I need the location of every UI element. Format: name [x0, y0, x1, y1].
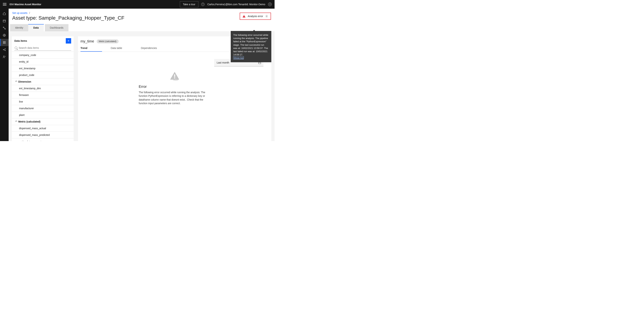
- svg-rect-7: [5, 41, 6, 42]
- side-nav: [0, 9, 8, 141]
- detail-title: my_time: [80, 39, 94, 43]
- gear-icon[interactable]: [265, 15, 268, 18]
- list-item[interactable]: product_code: [12, 72, 74, 78]
- svg-rect-6: [3, 41, 4, 42]
- data-items-panel: Data items + company_code entity_id evt_…: [12, 36, 74, 141]
- tab-data[interactable]: Data: [28, 24, 44, 31]
- error-message: The following error occurred while runni…: [139, 90, 210, 105]
- page-tabs: Identity Data Dashboards: [8, 24, 274, 31]
- svg-point-21: [173, 80, 178, 81]
- svg-point-12: [5, 50, 6, 51]
- main-region: Set up assets / Asset type: Sample_Packa…: [8, 9, 274, 141]
- help-icon[interactable]: ?: [201, 3, 204, 6]
- svg-point-11: [5, 49, 6, 49]
- tooltip-body: The following error occurred while runni…: [233, 34, 268, 56]
- nav-assets-icon[interactable]: [0, 39, 8, 46]
- list-item[interactable]: evt_timestamp: [12, 65, 74, 72]
- take-tour-button[interactable]: Take a tour: [180, 1, 198, 7]
- page-header: Set up assets / Asset type: Sample_Packa…: [8, 9, 274, 21]
- list-item[interactable]: dispensed_mass_actual: [12, 125, 74, 131]
- svg-point-13: [4, 56, 4, 57]
- nav-calendar-icon[interactable]: [0, 17, 8, 25]
- app-header: IBM Maximo Asset Monitor Take a tour ? C…: [0, 0, 274, 9]
- analysis-error-status[interactable]: Analysis error: [240, 13, 271, 20]
- list-item[interactable]: manufacturer: [12, 105, 74, 112]
- tab-dashboards[interactable]: Dashboards: [45, 24, 69, 31]
- breadcrumb-separator: /: [29, 12, 30, 14]
- add-data-item-button[interactable]: +: [66, 38, 71, 44]
- avatar-icon[interactable]: [268, 3, 272, 6]
- svg-point-16: [266, 16, 267, 17]
- search-box: [14, 45, 71, 51]
- breadcrumb-link[interactable]: Set up assets: [12, 12, 28, 14]
- subtab-trend[interactable]: Trend: [80, 45, 102, 52]
- svg-rect-19: [174, 74, 175, 77]
- search-icon: [15, 47, 17, 49]
- list-item[interactable]: evt_timestamp_dim: [12, 85, 74, 92]
- group-dimension[interactable]: Dimension: [12, 78, 74, 85]
- warning-icon: [242, 15, 246, 18]
- svg-rect-9: [5, 43, 6, 44]
- svg-point-20: [174, 77, 175, 78]
- list-item[interactable]: company_code: [12, 52, 74, 58]
- status-text: Analysis error: [248, 15, 263, 18]
- svg-rect-8: [3, 43, 4, 44]
- brand-label: IBM Maximo Asset Monitor: [9, 3, 41, 6]
- nav-home-icon[interactable]: [0, 10, 8, 17]
- subtab-dependencies[interactable]: Dependencies: [141, 45, 162, 52]
- show-log-link[interactable]: Show log: [233, 56, 244, 59]
- search-input[interactable]: [19, 46, 71, 49]
- metric-badge: Metric (calculated): [97, 39, 118, 43]
- user-info: Carlos.Ferreira1@ibm.com TenantId: Monit…: [207, 3, 265, 6]
- error-triangle-icon: [170, 71, 180, 81]
- list-item[interactable]: entity_data_generator: [12, 138, 74, 141]
- subtab-data-table[interactable]: Data table: [111, 45, 132, 52]
- data-item-list: company_code entity_id evt_timestamp pro…: [12, 52, 74, 141]
- list-item[interactable]: dispensed_mass_predicted: [12, 131, 74, 138]
- svg-line-4: [4, 28, 5, 29]
- date-range-label: Last month: [217, 61, 229, 64]
- error-block: Error The following error occurred while…: [139, 71, 210, 105]
- menu-icon[interactable]: [3, 3, 6, 6]
- chevron-down-icon: [15, 120, 17, 122]
- list-item[interactable]: line: [12, 98, 74, 105]
- chevron-down-icon: [15, 81, 17, 83]
- page-title: Asset type: Sample_Packaging_Hopper_Type…: [12, 15, 124, 21]
- breadcrumb: Set up assets /: [12, 12, 124, 14]
- list-item[interactable]: firmware: [12, 92, 74, 98]
- nav-explore-icon[interactable]: [0, 32, 8, 39]
- nav-users-icon[interactable]: [0, 53, 8, 60]
- svg-point-10: [3, 50, 4, 50]
- data-items-title: Data items: [14, 39, 27, 42]
- nav-connect-icon[interactable]: [0, 25, 8, 32]
- error-tooltip: The following error occurred while runni…: [231, 31, 271, 62]
- list-item[interactable]: entity_id: [12, 58, 74, 65]
- header-right: Take a tour ? Carlos.Ferreira1@ibm.com T…: [180, 1, 272, 7]
- group-metric[interactable]: Metric (calculated): [12, 118, 74, 125]
- error-title: Error: [139, 85, 210, 89]
- content-area: Last month E: [78, 52, 271, 141]
- list-item[interactable]: plant: [12, 112, 74, 118]
- tab-identity[interactable]: Identity: [10, 24, 28, 31]
- nav-flow-icon[interactable]: [0, 46, 8, 53]
- svg-rect-0: [3, 20, 6, 22]
- header-left: IBM Maximo Asset Monitor: [3, 3, 41, 6]
